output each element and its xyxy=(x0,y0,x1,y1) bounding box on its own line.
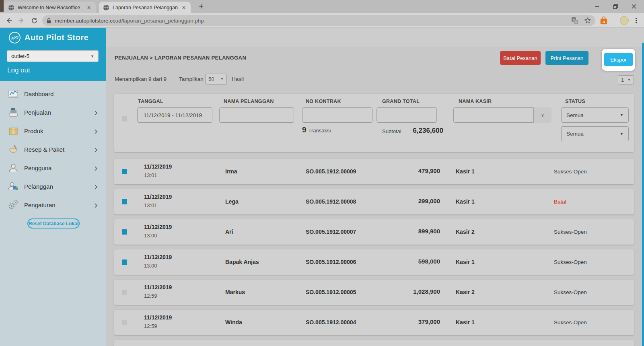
chevron-right-icon xyxy=(95,202,98,210)
tab-close-icon[interactable]: ✕ xyxy=(181,5,187,10)
row-cashier: Kasir 1 xyxy=(456,259,475,265)
window-close-button[interactable] xyxy=(625,0,643,13)
sidebar-item-penjualan[interactable]: Penjualan xyxy=(0,103,106,122)
row-time: 12:59 xyxy=(144,323,157,329)
show-label: Tampilkan xyxy=(179,76,204,82)
chevron-right-icon xyxy=(95,184,98,191)
sidebar-item-pengguna[interactable]: Pengguna xyxy=(0,159,106,177)
outlet-select[interactable]: outlet-5 ▼ xyxy=(7,50,99,62)
translate-icon[interactable]: a文 xyxy=(571,17,578,24)
page-size-value: 50 xyxy=(208,76,214,82)
sidebar-item-pengaturan[interactable]: Pengaturan xyxy=(0,196,106,214)
row-date: 11/12/2019 xyxy=(144,284,172,290)
reset-database-button[interactable]: Reset Database Lokal xyxy=(27,218,80,229)
tab-title: Welcome to New Backoffice xyxy=(18,5,83,10)
ekspor-button[interactable]: Ekspor xyxy=(604,53,633,66)
row-checkbox[interactable] xyxy=(122,260,127,265)
row-grand-total: 899,900 xyxy=(377,228,440,235)
row-status: Sukses-Open xyxy=(554,289,587,295)
chevron-right-icon xyxy=(95,147,98,154)
print-pesanan-button[interactable]: Print Pesanan xyxy=(545,51,588,65)
grand-total-filter-input[interactable] xyxy=(377,107,437,123)
table-row[interactable]: 11/12/2019 13:00 Ari SO.005.1912.00007 8… xyxy=(114,219,634,245)
status-filter-select-1[interactable]: Semua ▼ xyxy=(561,107,629,123)
sidebar-item-produk[interactable]: Produk xyxy=(0,122,106,140)
outlet-select-value: outlet-5 xyxy=(11,53,29,59)
new-tab-button[interactable]: + xyxy=(195,1,207,12)
browser-tab-backoffice[interactable]: Welcome to New Backoffice ✕ xyxy=(4,2,96,13)
status-filter-select-2[interactable]: Semua ▼ xyxy=(561,126,629,141)
sidebar-item-resep-paket[interactable]: Resep & Paket xyxy=(0,140,106,159)
lock-icon[interactable] xyxy=(46,18,51,24)
browser-tab-laporan[interactable]: Laporan Pesanan Pelanggan ✕ xyxy=(99,2,191,13)
row-cashier: Kasir 1 xyxy=(456,168,475,175)
row-grand-total: 299,000 xyxy=(377,198,440,204)
sidebar: APS Auto Pilot Store outlet-5 ▼ Log out … xyxy=(0,28,106,346)
globe-favicon-icon xyxy=(8,4,14,11)
page-scrollbar[interactable] xyxy=(642,43,644,346)
logout-link[interactable]: Log out xyxy=(7,66,30,74)
sidebar-item-label: Produk xyxy=(24,128,43,134)
chrome-menu-icon[interactable]: ••• xyxy=(634,18,638,24)
extension-bag-icon[interactable]: a xyxy=(599,16,608,25)
sidebar-header: APS Auto Pilot Store outlet-5 ▼ Log out xyxy=(0,28,106,81)
order-rows: 11/12/2019 13:01 Irma SO.005.1912.00009 … xyxy=(114,159,634,340)
col-header-tanggal: TANGGAL xyxy=(138,99,163,104)
row-status: Sukses-Open xyxy=(554,229,587,235)
caret-down-icon: ▼ xyxy=(220,77,224,81)
sidebar-item-pelanggan[interactable]: Pelanggan xyxy=(0,177,106,196)
batal-pesanan-button[interactable]: Batal Pesanan xyxy=(500,51,541,65)
reload-button-icon[interactable] xyxy=(29,16,39,25)
table-row-partial[interactable] xyxy=(114,340,634,346)
forward-button-icon[interactable] xyxy=(16,16,26,25)
customer-filter-input[interactable] xyxy=(219,107,294,123)
table-row[interactable]: 11/12/2019 13:01 Lega SO.005.1912.00008 … xyxy=(114,189,634,214)
row-status: Sukses-Open xyxy=(554,259,587,265)
table-row[interactable]: 11/12/2019 13:00 Bapak Anjas SO.005.1912… xyxy=(114,249,634,275)
row-checkbox[interactable] xyxy=(122,229,127,235)
customer-icon xyxy=(7,180,19,192)
table-filter-card: TANGGAL NAMA PELANGGAN NO KONTRAK GRAND … xyxy=(114,94,634,152)
bookmark-star-icon[interactable] xyxy=(584,17,591,24)
cashier-dropdown-button[interactable]: ∨ xyxy=(534,107,551,123)
row-customer-name: Ari xyxy=(225,229,233,235)
user-icon xyxy=(7,162,19,174)
page-size-select[interactable]: 50 ▼ xyxy=(205,74,227,84)
cash-register-icon xyxy=(7,106,19,118)
status-filter-value: Semua xyxy=(566,112,584,118)
date-range-filter-input[interactable]: 11/12/2019 - 11/12/2019 xyxy=(137,107,212,123)
window-restore-button[interactable] xyxy=(606,0,625,13)
table-row[interactable]: 11/12/2019 13:01 Irma SO.005.1912.00009 … xyxy=(114,159,634,184)
col-header-nama-kasir: NAMA KASIR xyxy=(459,99,492,104)
sidebar-item-dashboard[interactable]: Dashboard xyxy=(0,84,106,103)
breadcrumb: PENJUALAN > LAPORAN PESANAN PELANGGAN xyxy=(115,55,246,61)
row-checkbox[interactable] xyxy=(122,290,127,295)
table-row[interactable]: 11/12/2019 12:59 Winda SO.005.1912.00004… xyxy=(114,310,634,335)
window-minimize-button[interactable] xyxy=(588,0,606,13)
status-filter-value: Semua xyxy=(566,131,584,137)
page-number-select[interactable]: 1 ▼ xyxy=(618,75,634,84)
contract-filter-input[interactable] xyxy=(302,107,372,123)
cashier-filter-input[interactable] xyxy=(453,107,534,123)
address-bar[interactable]: member.autopilotstore.co.id/laporan_pesa… xyxy=(42,15,595,26)
row-checkbox[interactable] xyxy=(122,169,127,174)
svg-text:文: 文 xyxy=(575,20,578,24)
select-all-checkbox[interactable] xyxy=(122,116,127,122)
results-label: Hasil xyxy=(232,76,244,82)
sidebar-menu: Dashboard Penjualan Produk Re xyxy=(0,84,106,214)
back-button-icon[interactable] xyxy=(4,16,14,25)
row-checkbox[interactable] xyxy=(122,199,127,204)
row-grand-total: 598,000 xyxy=(377,258,440,265)
row-checkbox[interactable] xyxy=(122,320,127,325)
box-icon xyxy=(7,125,19,137)
url-text: member.autopilotstore.co.id/laporan_pesa… xyxy=(55,18,204,24)
page-number-value: 1 xyxy=(621,77,624,83)
table-row[interactable]: 11/12/2019 12:59 Markus SO.005.1912.0000… xyxy=(114,280,634,305)
date-range-value: 11/12/2019 - 11/12/2019 xyxy=(144,112,202,118)
profile-avatar[interactable] xyxy=(620,16,629,25)
tab-close-icon[interactable]: ✕ xyxy=(86,5,92,10)
col-header-status: STATUS xyxy=(565,99,585,104)
sidebar-item-label: Pelanggan xyxy=(24,183,53,190)
row-time: 13:00 xyxy=(144,263,157,269)
row-contract-number: SO.005.1912.00004 xyxy=(306,319,356,325)
